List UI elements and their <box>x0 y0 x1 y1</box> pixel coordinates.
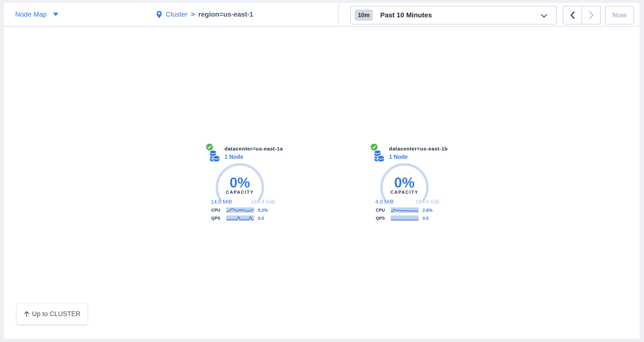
time-step-back-button[interactable] <box>563 6 582 24</box>
capacity-total: 169.4 GiB <box>416 199 439 205</box>
breadcrumb: Cluster > region=us-east-1 <box>156 3 253 26</box>
qps-sparkline <box>226 215 254 221</box>
time-step-controls <box>563 6 601 24</box>
cpu-sparkline <box>226 207 254 213</box>
healthy-check-icon <box>206 143 214 151</box>
breadcrumb-current: region=us-east-1 <box>198 10 253 18</box>
breadcrumb-cluster-link[interactable]: Cluster <box>166 10 188 18</box>
cpu-value: 2.6% <box>422 208 432 213</box>
cpu-label: CPU <box>211 208 220 213</box>
qps-metric-row: QPS 0.0 <box>375 215 444 221</box>
chevron-right-icon <box>588 11 594 19</box>
capacity-range: 14.0 MiB 169.4 GiB <box>211 199 275 205</box>
cpu-label: CPU <box>376 208 385 213</box>
locality-card-us-east-1b[interactable]: datacenter=us-east-1b 1 Node 0% CAPACITY… <box>370 143 448 226</box>
qps-metric-row: QPS 0.0 <box>211 215 279 221</box>
qps-label: QPS <box>211 216 220 221</box>
arrow-up-icon <box>24 311 30 317</box>
locality-title: datacenter=us-east-1b <box>389 146 448 152</box>
time-range-badge: 10m <box>355 9 373 21</box>
chevron-left-icon <box>570 11 576 19</box>
capacity-percent: 0% <box>378 174 431 191</box>
up-to-cluster-label: Up to CLUSTER <box>32 310 80 318</box>
header-divider <box>338 4 339 24</box>
time-range-dropdown[interactable]: 10m Past 10 Minutes <box>350 6 557 24</box>
time-range-label: Past 10 Minutes <box>380 11 432 19</box>
cpu-metric-row: CPU 9.2% <box>211 207 279 213</box>
qps-sparkline <box>391 215 418 221</box>
qps-label: QPS <box>376 216 385 221</box>
cpu-value: 9.2% <box>258 208 268 213</box>
cpu-sparkline <box>391 207 418 213</box>
locality-node-count-link[interactable]: 1 Node <box>389 154 408 160</box>
qps-value: 0.0 <box>422 216 428 221</box>
up-to-cluster-button[interactable]: Up to CLUSTER <box>17 303 88 325</box>
now-button[interactable]: Now <box>605 6 634 24</box>
locality-node-count-link[interactable]: 1 Node <box>224 154 243 160</box>
capacity-label: CAPACITY <box>213 190 267 195</box>
qps-value: 0.0 <box>258 216 264 221</box>
view-selector-label: Node Map <box>15 10 47 18</box>
capacity-used: 4.0 MiB <box>375 199 394 205</box>
cpu-metric-row: CPU 2.6% <box>375 207 444 213</box>
chevron-down-icon <box>540 14 548 18</box>
map-canvas: datacenter=us-east-1a 1 Node 0% CAPACITY… <box>4 27 640 339</box>
view-selector-dropdown[interactable]: Node Map <box>15 3 58 26</box>
capacity-total: 169.4 GiB <box>251 199 275 205</box>
healthy-check-icon <box>370 143 378 151</box>
location-pin-icon <box>156 10 162 18</box>
caret-down-icon <box>53 13 58 16</box>
capacity-range: 4.0 MiB 169.4 GiB <box>375 199 439 205</box>
breadcrumb-separator: > <box>191 10 195 18</box>
header-bar: Node Map Cluster > region=us-east-1 10m … <box>4 3 640 26</box>
capacity-label: CAPACITY <box>378 190 431 195</box>
now-button-label: Now <box>612 11 627 19</box>
time-step-forward-button[interactable] <box>582 6 600 24</box>
locality-title: datacenter=us-east-1a <box>224 146 283 152</box>
node-map-page: Node Map Cluster > region=us-east-1 10m … <box>0 0 644 342</box>
locality-card-us-east-1a[interactable]: datacenter=us-east-1a 1 Node 0% CAPACITY… <box>206 143 284 226</box>
capacity-used: 14.0 MiB <box>211 199 232 205</box>
capacity-percent: 0% <box>213 174 267 191</box>
